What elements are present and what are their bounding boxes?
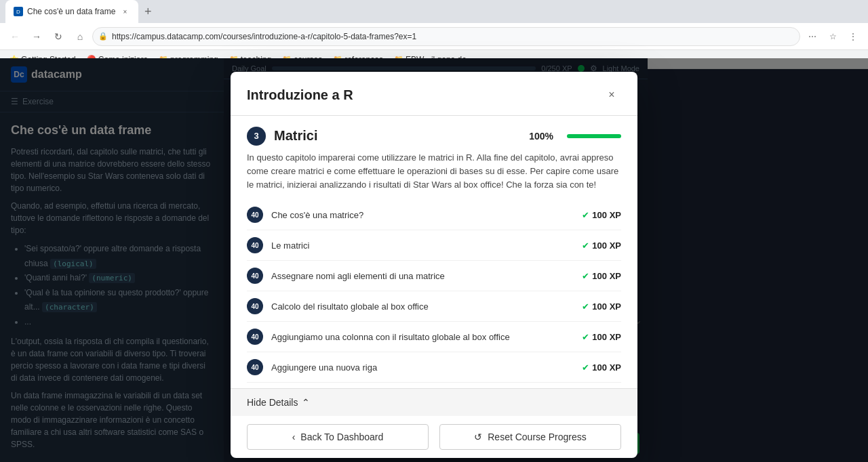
chapter-header: 3 Matrici 100% — [247, 116, 621, 151]
favorites-button[interactable]: ☆ — [823, 27, 842, 46]
exercise-check-4: ✔ — [582, 332, 589, 342]
exercise-xp-0: 100 XP — [592, 210, 621, 220]
tab-close-button[interactable]: × — [119, 6, 130, 17]
exercise-badge-0: 40 — [247, 207, 263, 223]
exercise-badge-3: 40 — [247, 298, 263, 314]
modal-footer-bar: Hide Details ⌃ — [231, 388, 637, 416]
hide-details-button[interactable]: Hide Details ⌃ — [247, 397, 310, 408]
exercise-name-3: Calcolo del risultato globale al box off… — [271, 301, 582, 312]
active-tab[interactable]: D Che cos'è un data frame × — [5, 0, 138, 23]
exercise-badge-4: 40 — [247, 329, 263, 345]
exercise-row: 40 Aggiungiamo una colonna con il risult… — [247, 322, 621, 352]
exercise-name-5: Aggiungere una nuova riga — [271, 362, 582, 373]
back-button[interactable]: ← — [5, 27, 24, 46]
exercise-check-2: ✔ — [582, 271, 589, 281]
exercise-name-4: Aggiungiamo una colonna con il risultato… — [271, 332, 582, 342]
exercise-check-0: ✔ — [582, 210, 589, 220]
chapter-description: In questo capitolo imparerai come utiliz… — [247, 151, 621, 192]
forward-button[interactable]: → — [27, 27, 46, 46]
back-button-label: Back To Dashboard — [300, 432, 383, 442]
reset-icon: ↺ — [474, 432, 482, 442]
course-progress-modal: Introduzione a R × 3 Matrici 100% In que… — [231, 72, 637, 458]
exercise-xp-4: 100 XP — [592, 332, 621, 342]
exercise-badge-2: 40 — [247, 268, 263, 284]
exercise-badge-5: 40 — [247, 359, 263, 375]
chapter-progress-text: 100% — [529, 131, 553, 142]
lock-icon: 🔒 — [98, 32, 108, 41]
modal-body: 3 Matrici 100% In questo capitolo impare… — [231, 116, 637, 388]
url-text: https://campus.datacamp.com/courses/intr… — [112, 32, 416, 41]
exercise-row: 40 Il risultato totale al box office per… — [247, 383, 621, 388]
exercise-row: 40 Assegnare nomi agli elementi di una m… — [247, 261, 621, 291]
exercise-row: 40 Aggiungere una nuova riga ✔ 100 XP — [247, 352, 621, 383]
hide-details-label: Hide Details — [247, 397, 298, 408]
tab-title: Che cos'è un data frame — [27, 7, 115, 16]
modal-footer-buttons: ‹ Back To Dashboard ↺ Reset Course Progr… — [231, 416, 637, 458]
nav-bar: ← → ↻ ⌂ 🔒 https://campus.datacamp.com/co… — [0, 23, 868, 50]
tab-favicon: D — [14, 7, 23, 16]
home-button[interactable]: ⌂ — [71, 27, 90, 46]
reset-button-label: Reset Course Progress — [488, 432, 587, 442]
exercise-xp-1: 100 XP — [592, 240, 621, 251]
new-tab-button[interactable]: + — [138, 2, 157, 21]
back-to-dashboard-button[interactable]: ‹ Back To Dashboard — [247, 424, 429, 450]
extensions-button[interactable]: ⋯ — [803, 27, 822, 46]
exercise-name-1: Le matrici — [271, 240, 582, 251]
exercise-name-0: Che cos'è una matrice? — [271, 210, 582, 220]
exercise-row: 40 Le matrici ✔ 100 XP — [247, 230, 621, 261]
chapter-name: Matrici — [274, 128, 521, 144]
exercise-check-3: ✔ — [582, 301, 589, 312]
modal-overlay: Introduzione a R × 3 Matrici 100% In que… — [0, 58, 868, 462]
reload-button[interactable]: ↻ — [49, 27, 68, 46]
exercise-check-5: ✔ — [582, 362, 589, 373]
exercise-row: 40 Calcolo del risultato globale al box … — [247, 291, 621, 322]
exercise-check-1: ✔ — [582, 240, 589, 251]
reset-course-progress-button[interactable]: ↺ Reset Course Progress — [439, 424, 621, 450]
modal-header: Introduzione a R × — [231, 72, 637, 104]
back-arrow-icon: ‹ — [292, 432, 296, 442]
more-button[interactable]: ⋮ — [844, 27, 863, 46]
main-area: Dc datacamp ☰ Exercise Che cos'è un data… — [0, 58, 868, 462]
chapter-number-badge: 3 — [247, 127, 266, 146]
exercise-row: 40 Che cos'è una matrice? ✔ 100 XP — [247, 200, 621, 230]
chevron-up-icon: ⌃ — [302, 397, 310, 408]
modal-title: Introduzione a R — [247, 87, 353, 103]
exercise-xp-5: 100 XP — [592, 362, 621, 373]
chapter-progress-bar — [567, 134, 621, 138]
exercise-badge-1: 40 — [247, 237, 263, 253]
exercise-xp-2: 100 XP — [592, 271, 621, 281]
exercise-name-2: Assegnare nomi agli elementi di una matr… — [271, 271, 582, 281]
modal-close-button[interactable]: × — [602, 85, 621, 104]
nav-right-buttons: ⋯ ☆ ⋮ — [803, 27, 863, 46]
browser-chrome: D Che cos'è un data frame × + ← → ↻ ⌂ 🔒 … — [0, 0, 868, 58]
exercise-xp-3: 100 XP — [592, 301, 621, 312]
tab-bar: D Che cos'è un data frame × + — [0, 0, 868, 23]
address-bar[interactable]: 🔒 https://campus.datacamp.com/courses/in… — [92, 27, 800, 46]
